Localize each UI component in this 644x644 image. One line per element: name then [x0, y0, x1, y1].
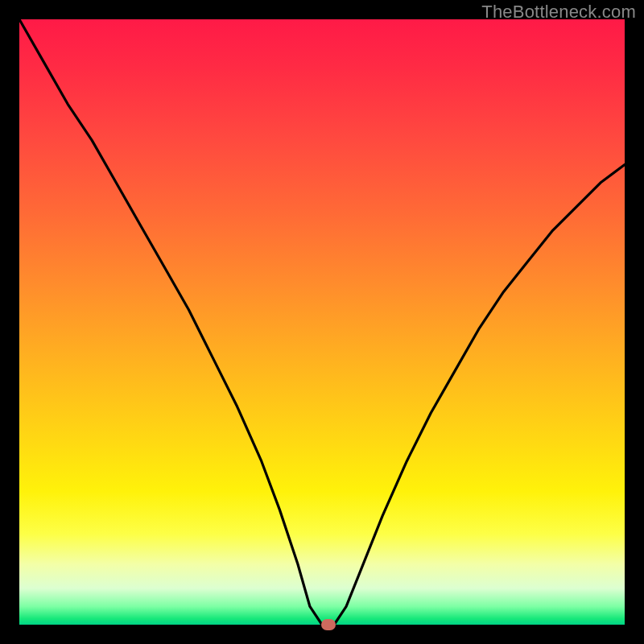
optimum-marker	[321, 619, 336, 630]
curve-path	[19, 19, 625, 625]
plot-area	[19, 19, 625, 625]
bottleneck-curve	[19, 19, 625, 625]
chart-frame: TheBottleneck.com	[0, 0, 644, 644]
